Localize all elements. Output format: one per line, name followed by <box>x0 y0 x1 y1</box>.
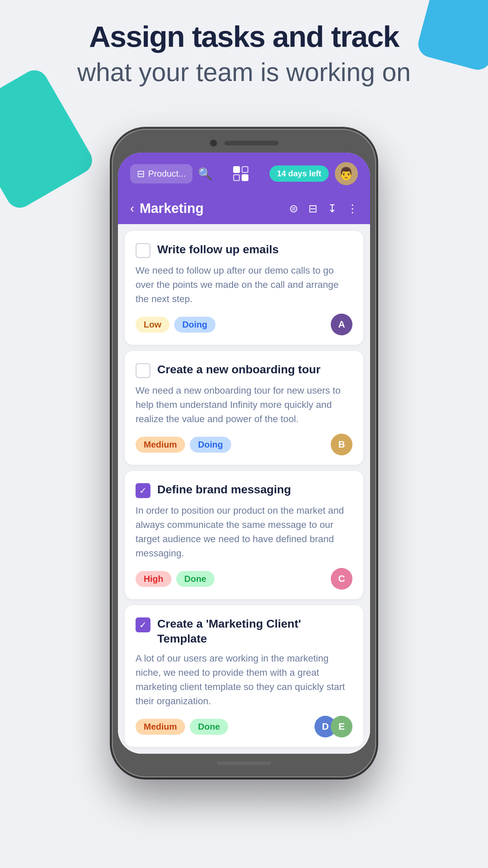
phone-outer: ⊟ Product... 🔍 <box>112 129 376 777</box>
priority-tag-4: Medium <box>136 719 185 735</box>
task-checkbox-4[interactable]: ✓ <box>136 617 150 632</box>
phone-screen: ⊟ Product... 🔍 <box>118 153 370 754</box>
back-button[interactable]: ‹ Marketing <box>130 201 204 216</box>
task-tags-3: High Done <box>136 571 215 587</box>
logo-sq-4 <box>242 174 248 181</box>
task-header-2: Create a new onboarding tour <box>136 362 352 378</box>
filter-icon[interactable]: ⊜ <box>289 202 298 215</box>
task-title-3: Define brand messaging <box>157 482 352 497</box>
workspace-button[interactable]: ⊟ Product... <box>130 164 192 183</box>
hero-section: Assign tasks and track what your team is… <box>0 20 488 87</box>
app-header-left: ⊟ Product... 🔍 <box>130 164 212 183</box>
task-list: Write follow up emails We need to follow… <box>118 224 370 754</box>
header-right: 14 days left 👨 <box>269 162 358 185</box>
subheader-actions: ⊜ ⊟ ↧ ⋮ <box>289 202 358 215</box>
task-desc-1: We need to follow up after our demo call… <box>136 263 352 306</box>
task-checkbox-2[interactable] <box>136 363 150 378</box>
task-desc-4: A lot of our users are working in the ma… <box>136 651 352 708</box>
task-avatar-2: B <box>331 434 352 455</box>
status-tag-3: Done <box>176 571 215 587</box>
task-card-2[interactable]: Create a new onboarding tour We need a n… <box>125 351 363 465</box>
phone-camera <box>209 139 218 147</box>
task-tags-4: Medium Done <box>136 719 228 735</box>
priority-tag-1: Low <box>136 317 169 333</box>
task-footer-2: Medium Doing B <box>136 434 352 455</box>
task-footer-3: High Done C <box>136 568 352 590</box>
workspace-name: Product... <box>148 169 186 179</box>
task-avatars-4: D E <box>314 716 352 737</box>
logo-sq-1 <box>233 166 240 173</box>
phone-top-bar <box>118 139 370 147</box>
logo-sq-3 <box>233 174 240 181</box>
task-avatar-4b: E <box>331 716 352 737</box>
task-avatar-1: A <box>331 314 352 335</box>
status-tag-2: Doing <box>190 437 231 453</box>
board-title: Marketing <box>140 201 204 216</box>
task-desc-3: In order to position our product on the … <box>136 504 352 560</box>
app-logo <box>233 166 248 181</box>
task-title-4: Create a 'Marketing Client' Template <box>157 616 352 646</box>
hero-title: Assign tasks and track <box>27 20 461 53</box>
task-title-2: Create a new onboarding tour <box>157 362 352 377</box>
phone-speaker <box>224 141 279 145</box>
task-header-4: ✓ Create a 'Marketing Client' Template <box>136 616 352 646</box>
back-chevron-icon: ‹ <box>130 201 134 216</box>
app-subheader: ‹ Marketing ⊜ ⊟ ↧ ⋮ <box>118 195 370 224</box>
status-tag-4: Done <box>190 719 228 735</box>
task-card-3[interactable]: ✓ Define brand messaging In order to pos… <box>125 471 363 599</box>
header-avatar[interactable]: 👨 <box>335 162 358 185</box>
phone-home-indicator <box>118 759 370 767</box>
task-tags-2: Medium Doing <box>136 437 231 453</box>
task-desc-2: We need a new onboarding tour for new us… <box>136 383 352 426</box>
task-tags-1: Low Doing <box>136 317 216 333</box>
sort-icon[interactable]: ↧ <box>328 202 337 215</box>
task-card-1[interactable]: Write follow up emails We need to follow… <box>125 231 363 345</box>
task-checkbox-1[interactable] <box>136 243 150 258</box>
task-footer-1: Low Doing A <box>136 314 352 335</box>
workspace-icon: ⊟ <box>137 168 145 179</box>
phone-mockup: ⊟ Product... 🔍 <box>112 129 376 777</box>
task-footer-4: Medium Done D E <box>136 716 352 737</box>
more-icon[interactable]: ⋮ <box>347 202 358 215</box>
task-title-1: Write follow up emails <box>157 242 352 257</box>
trial-badge[interactable]: 14 days left <box>269 165 329 182</box>
task-card-4[interactable]: ✓ Create a 'Marketing Client' Template A… <box>125 605 363 747</box>
search-icon[interactable]: 🔍 <box>198 167 212 180</box>
task-header-3: ✓ Define brand messaging <box>136 482 352 498</box>
home-bar <box>217 762 271 765</box>
status-tag-1: Doing <box>174 317 216 333</box>
task-checkbox-3[interactable]: ✓ <box>136 483 150 498</box>
hero-subtitle: what your team is working on <box>27 57 461 87</box>
app-header: ⊟ Product... 🔍 <box>118 153 370 195</box>
group-icon[interactable]: ⊟ <box>308 202 318 215</box>
task-avatar-3: C <box>331 568 352 590</box>
logo-sq-2 <box>242 166 248 173</box>
task-header-1: Write follow up emails <box>136 242 352 258</box>
priority-tag-2: Medium <box>136 437 185 453</box>
priority-tag-3: High <box>136 571 171 587</box>
